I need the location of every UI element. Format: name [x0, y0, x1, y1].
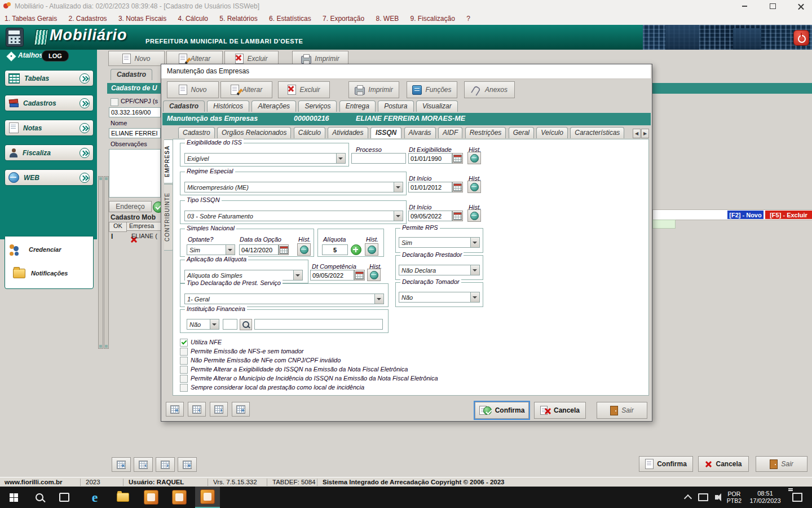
bg-cpf-field[interactable]: 03.332.169/00	[109, 107, 161, 117]
bg-grid-row-empresa[interactable]: ELIANE (	[131, 233, 157, 239]
bg-grid-header-empresa[interactable]: Empresa	[126, 222, 161, 231]
inst-financeira-search-button[interactable]	[240, 319, 252, 330]
dlg-nav-first-button[interactable]: «	[166, 402, 184, 417]
menu-tabelas-gerais[interactable]: 1. Tabelas Gerais	[5, 12, 57, 25]
dlg-funcoes-button[interactable]: Funções	[407, 81, 457, 98]
dropdown-arrow-icon[interactable]	[470, 265, 479, 275]
dropdown-arrow-icon[interactable]	[293, 270, 302, 280]
bg-cpf-checkbox[interactable]	[111, 98, 118, 106]
sidebar-item-tabelas[interactable]: Tabelas	[5, 70, 94, 86]
data-opcao-field[interactable]: 04/12/2020	[239, 244, 279, 255]
tab-scroll-right-button[interactable]: ▶	[641, 129, 649, 138]
exigibilidade-select[interactable]: Exigível	[184, 153, 346, 164]
app3-button-active[interactable]	[195, 487, 220, 508]
tab-servicos[interactable]: Serviços	[298, 100, 337, 112]
regime-calendar-button[interactable]	[452, 182, 463, 192]
alterar-municipio-checkbox[interactable]	[180, 375, 188, 383]
chevron-double-icon[interactable]	[80, 148, 90, 158]
app2-button[interactable]	[167, 487, 192, 508]
tab-orgaos-relacionados[interactable]: Orgãos Relacionados	[217, 127, 291, 138]
local-prestacao-checkbox[interactable]	[180, 384, 188, 392]
sidebar-item-fiscaliza[interactable]: Fiscaliza	[5, 144, 94, 161]
menu-help[interactable]: ?	[466, 12, 470, 25]
menu-web[interactable]: 8. WEB	[376, 12, 399, 25]
dlg-cancela-button[interactable]: Cancela	[534, 402, 586, 419]
tipo-issqn-calendar-button[interactable]	[452, 211, 463, 221]
minimize-button[interactable]	[736, 1, 752, 11]
dropdown-arrow-icon[interactable]	[470, 238, 479, 247]
tipo-issqn-dt-field[interactable]: 09/05/2022	[408, 211, 452, 221]
browser-button[interactable]: e	[82, 487, 107, 508]
tab-calculo[interactable]: Cálculo	[294, 127, 325, 138]
dlg-novo-button[interactable]: Novo	[167, 81, 219, 98]
regime-dt-field[interactable]: 01/01/2012	[408, 182, 452, 192]
tipo-issqn-select[interactable]: 03 - Sobre Faturamento	[184, 211, 403, 221]
data-opcao-calendar-button[interactable]	[279, 244, 289, 255]
bg-endereco-button[interactable]: Endereço	[109, 201, 152, 212]
dt-competencia-calendar-button[interactable]	[354, 270, 365, 281]
menu-notas-fiscais[interactable]: 3. Notas Fiscais	[118, 12, 166, 25]
tray-language-button[interactable]: POR PTB2	[724, 487, 744, 508]
tab-visualizar[interactable]: Visualizar	[416, 100, 458, 112]
aliquota-field[interactable]: 5	[322, 244, 348, 255]
dropdown-arrow-icon[interactable]	[470, 292, 479, 302]
emissao-sem-tomador-checkbox[interactable]	[180, 348, 188, 356]
tab-cadastro-top[interactable]: Cadastro	[163, 100, 205, 112]
dropdown-arrow-icon[interactable]	[394, 182, 403, 192]
tab-restricoes[interactable]: Restrições	[465, 127, 506, 138]
aliquota-hist-button[interactable]	[365, 243, 378, 256]
nfe-cnpj-invalido-checkbox[interactable]	[180, 357, 188, 365]
tray-volume-button[interactable]	[709, 487, 724, 508]
bg-grid-header-ok[interactable]: OK	[109, 222, 127, 232]
dropdown-arrow-icon[interactable]	[226, 245, 235, 255]
dropdown-arrow-icon[interactable]	[336, 154, 345, 163]
permite-rps-select[interactable]: Sim	[399, 237, 480, 248]
tab-issqn[interactable]: ISSQN	[370, 127, 401, 138]
chevron-double-icon[interactable]	[80, 123, 90, 133]
menu-calculo[interactable]: 4. Cálculo	[178, 12, 208, 25]
start-button[interactable]	[0, 487, 27, 508]
bg-nav-prev-button[interactable]: ‹	[134, 457, 153, 472]
tab-entrega[interactable]: Entrega	[339, 100, 376, 112]
file-explorer-button[interactable]	[111, 487, 135, 508]
tipo-issqn-hist-button[interactable]	[467, 209, 481, 222]
bg-observacoes-textarea[interactable]	[109, 149, 161, 198]
chevron-double-icon[interactable]	[80, 73, 90, 84]
dt-competencia-field[interactable]: 09/05/2022	[310, 270, 354, 281]
sidebar-item-notificacoes[interactable]: Notificações	[13, 265, 92, 282]
chevron-double-icon[interactable]	[80, 173, 90, 183]
scrollbar-vertical[interactable]	[104, 176, 109, 349]
bg-novo-button[interactable]: Novo	[108, 51, 165, 66]
inst-financeira-code-field[interactable]	[223, 319, 237, 330]
dropdown-arrow-icon[interactable]	[374, 294, 383, 304]
inst-financeira-name-field[interactable]	[254, 319, 383, 330]
tray-display-button[interactable]	[696, 487, 710, 508]
tray-expand-button[interactable]	[680, 487, 696, 508]
bg-confirma-button[interactable]: Confirma	[639, 456, 693, 472]
scrollbar-vertical[interactable]	[98, 176, 103, 349]
log-button[interactable]: LOG	[42, 50, 69, 62]
tipo-declaracao-select[interactable]: 1- Geral	[184, 294, 384, 304]
dlg-nav-prev-button[interactable]: ‹	[188, 402, 206, 417]
power-button[interactable]	[793, 30, 809, 46]
bg-sair-button[interactable]: Sair	[756, 456, 807, 472]
tab-historicos[interactable]: Históricos	[207, 100, 249, 112]
maximize-button[interactable]	[765, 1, 780, 11]
menu-cadastros[interactable]: 2. Cadastros	[69, 12, 107, 25]
task-view-button[interactable]	[52, 487, 77, 508]
alterar-exigibilidade-checkbox[interactable]	[180, 366, 188, 374]
dlg-imprimir-button[interactable]: Imprimir	[348, 81, 399, 98]
dt-exigibilidade-field[interactable]: 01/01/1990	[408, 153, 452, 164]
regime-hist-button[interactable]	[467, 181, 481, 193]
simples-hist-button[interactable]	[297, 243, 311, 256]
bg-tab-cadastro[interactable]: Cadastro	[111, 69, 152, 80]
tab-cadastro-inner[interactable]: Cadastro	[178, 127, 215, 138]
bg-nome-field[interactable]: ELIANE FERREI	[109, 128, 161, 138]
dlg-confirma-button[interactable]: Confirma	[475, 402, 529, 419]
exigibilidade-hist-button[interactable]	[467, 152, 481, 164]
bg-nav-next-button[interactable]: ›	[156, 457, 175, 472]
notification-center-button[interactable]	[787, 487, 807, 508]
sidebar-item-cadastros[interactable]: Cadastros	[5, 95, 94, 111]
dlg-alterar-button[interactable]: Alterar	[220, 81, 272, 98]
app1-button[interactable]	[139, 487, 164, 508]
